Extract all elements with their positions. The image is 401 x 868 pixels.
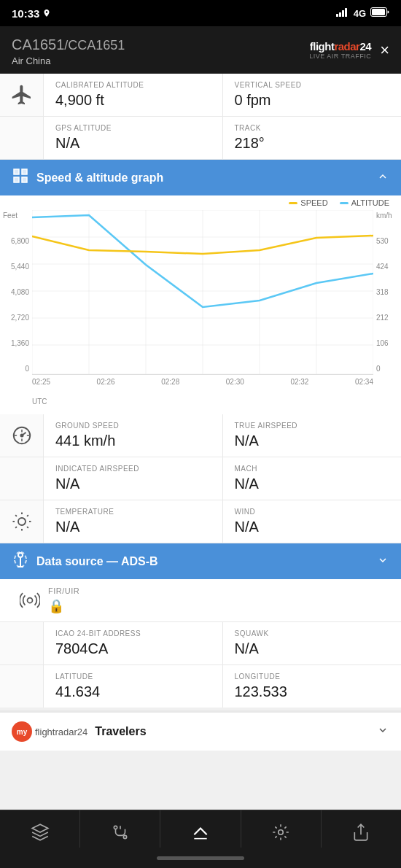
antenna-icon — [12, 551, 29, 568]
x-label-0226: 02:26 — [97, 378, 115, 386]
icao-squawk-row: ICAO 24-BIT ADDRESS 7804CA SQUAWK N/A — [0, 622, 401, 665]
y-left-5440: 5,440 — [11, 263, 29, 271]
x-label-0225: 02:25 — [32, 378, 50, 386]
svg-point-35 — [114, 826, 117, 829]
status-icons: 4G — [336, 7, 389, 19]
signal-icon — [336, 8, 349, 19]
nav-3d-label: 3D view — [26, 848, 54, 856]
vertical-speed-cell: VERTICAL SPEED 0 fpm — [223, 74, 402, 116]
nav-follow-label: Follow — [269, 848, 292, 856]
longitude-cell: LONGITUDE 123.533 — [223, 665, 402, 708]
svg-rect-0 — [336, 14, 338, 17]
gps-track-row: GPS ALTITUDE N/A TRACK 218° — [0, 117, 401, 160]
graph-wrapper: SPEED ALTITUDE Feet 6,800 5,440 4,080 2,… — [0, 195, 401, 414]
temperature-label: TEMPERATURE — [55, 508, 211, 516]
fr24-travelers-logo: my flightradar24 — [12, 721, 87, 742]
travelers-chevron-down-icon — [376, 724, 389, 737]
spacer2 — [0, 457, 44, 500]
y-right-424: 424 — [376, 263, 389, 271]
y-right-530: 530 — [376, 237, 389, 245]
svg-line-31 — [27, 515, 28, 516]
ads-b-icon — [12, 551, 29, 572]
temp-wind-row: TEMPERATURE N/A WIND N/A — [0, 500, 401, 543]
svg-rect-5 — [372, 9, 385, 15]
battery-icon — [370, 7, 389, 19]
nav-route[interactable]: Route — [80, 810, 160, 868]
plane-icon-cell — [0, 74, 44, 116]
y-left-6800: 6,800 — [11, 237, 29, 245]
temperature-value: N/A — [55, 519, 211, 535]
fr24-brand: flightradar24 — [310, 40, 371, 53]
nav-follow[interactable]: Follow — [241, 810, 321, 868]
svg-point-36 — [123, 835, 126, 838]
data-source-header-left: Data source — ADS-B — [12, 551, 158, 572]
chevron-down-icon — [376, 554, 389, 567]
graph-area: Feet 6,800 5,440 4,080 2,720 1,360 0 km/… — [0, 210, 401, 396]
squawk-value: N/A — [235, 640, 390, 657]
weather-icon-cell — [0, 500, 44, 543]
close-button[interactable]: × — [380, 41, 389, 60]
y-axis-left: Feet 6,800 5,440 4,080 2,720 1,360 0 — [0, 210, 32, 374]
latitude-cell: LATITUDE 41.634 — [44, 665, 223, 708]
battery-svg — [370, 7, 389, 17]
nav-less-info[interactable]: Less info — [160, 810, 240, 868]
svg-line-30 — [15, 527, 17, 528]
fir-row: FIR/UIR 🔒 — [0, 579, 401, 622]
speed-legend-label: SPEED — [300, 198, 327, 207]
airline-name: Air China — [12, 55, 125, 66]
x-label-0234: 02:34 — [355, 378, 373, 386]
flight-header: CA1651/CCA1651 Air China flightradar24 L… — [0, 26, 401, 74]
graph-legend: SPEED ALTITUDE — [0, 195, 401, 210]
travelers-section[interactable]: my flightradar24 Travelers — [0, 710, 401, 751]
route-svg — [111, 823, 130, 842]
latitude-value: 41.634 — [55, 683, 211, 700]
mach-value: N/A — [235, 476, 390, 492]
y-left-4080: 4,080 — [11, 288, 29, 296]
spacer3 — [0, 622, 44, 664]
speedometer-icon — [11, 425, 33, 446]
flight-title: CA1651/CCA1651 Air China — [12, 34, 125, 66]
spacer4 — [0, 665, 44, 708]
y-right-318: 318 — [376, 288, 389, 296]
status-time: 10:33 — [12, 7, 51, 20]
data-source-header[interactable]: Data source — ADS-B — [0, 543, 401, 579]
route-icon — [111, 823, 130, 845]
flight-id-main: CA1651 — [12, 36, 64, 53]
data-source-chevron-icon — [376, 554, 389, 570]
icao-value: 7804CA — [55, 640, 211, 657]
fr24-travelers-badge: my — [12, 721, 32, 742]
mach-label: MACH — [235, 465, 390, 473]
nav-share-label: Share — [351, 848, 372, 856]
satellite-icon — [20, 590, 40, 611]
nav-3d-view[interactable]: 3D view — [0, 810, 79, 868]
signal-bars — [336, 8, 349, 17]
travelers-logo-text: my — [17, 728, 27, 736]
svg-point-23 — [18, 518, 26, 525]
travelers-logo-brand: flightradar24 — [35, 726, 87, 737]
ground-speed-value: 441 km/h — [55, 433, 211, 449]
grid-icon — [12, 167, 29, 185]
true-airspeed-value: N/A — [235, 433, 390, 449]
network-label: 4G — [354, 8, 366, 19]
nav-share[interactable]: Share — [322, 810, 401, 868]
wind-cell: WIND N/A — [223, 500, 402, 543]
ground-speed-cell: GROUND SPEED 441 km/h — [44, 414, 223, 457]
share-icon — [351, 823, 370, 845]
y-right-0: 0 — [376, 365, 381, 373]
svg-line-28 — [15, 515, 17, 516]
chart-svg — [32, 210, 373, 374]
calibrated-altitude-value: 4,900 ft — [55, 92, 211, 109]
plane-icon — [10, 83, 34, 106]
y-left-2720: 2,720 — [11, 314, 29, 322]
graph-section-header[interactable]: Speed & altitude graph — [0, 160, 401, 195]
svg-rect-3 — [345, 8, 347, 17]
x-label-0228: 02:28 — [161, 378, 179, 386]
graph-header-left: Speed & altitude graph — [12, 167, 163, 188]
vertical-speed-label: VERTICAL SPEED — [235, 81, 390, 89]
y-axis-right: km/h 530 424 318 212 106 0 — [373, 210, 401, 374]
mach-cell: MACH N/A — [223, 457, 402, 500]
wind-label: WIND — [235, 508, 390, 516]
altitude-row: CALIBRATED ALTITUDE 4,900 ft VERTICAL SP… — [0, 74, 401, 117]
data-source-content: FIR/UIR 🔒 ICAO 24-BIT ADDRESS 7804CA SQU… — [0, 579, 401, 708]
travelers-chevron-icon — [376, 724, 389, 740]
